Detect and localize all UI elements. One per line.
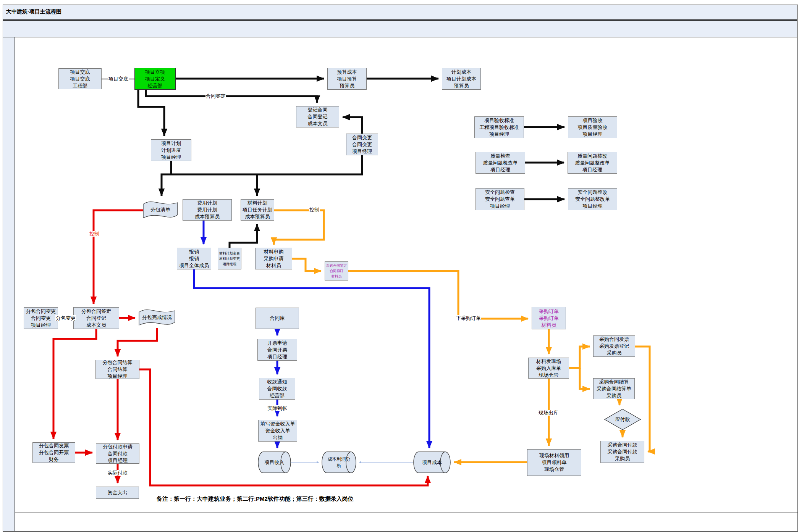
edge-label-actual-payment: 实际付款 (107, 470, 128, 476)
edge-label-briefing: 项目交底 (108, 76, 129, 82)
node-subcontract-invoice[interactable]: 分包合同发票分包合同开票财务 (32, 442, 75, 463)
node-purchase-settle[interactable]: 采购合同结算采购合同结算单采购员 (593, 378, 635, 399)
node-project-initiation-label: 项目立项项目定义经营部 (135, 69, 175, 89)
node-acceptance-standard[interactable]: 项目验收标准工程项目验收标准项目经理 (474, 116, 524, 138)
node-site-material-use[interactable]: 现场材料领用项目领料单现场仓管 (527, 449, 581, 476)
node-receipt-notice[interactable]: 收款通知合同收款经营部 (259, 378, 295, 400)
node-subcontract-settle-label: 分包合同结算合同结算项目经理 (96, 359, 139, 380)
node-material-to-site[interactable]: 材料发现场采购入库单现场仓管 (528, 358, 569, 379)
node-purchase-settle-label: 采购合同结算采购合同结算单采购员 (594, 379, 634, 399)
node-subcontract-change-label: 分包合同变更合同变更项目经理 (24, 308, 58, 329)
node-receipt-notice-label: 收款通知合同收款经营部 (259, 379, 295, 399)
edge-reimburse-to-cost-connector (194, 269, 429, 448)
node-subcontract-list[interactable]: 分包清单 (143, 199, 178, 221)
node-budget-cost[interactable]: 预算成本项目预算预算员 (327, 68, 367, 90)
node-contract-library[interactable]: 合同库 (256, 308, 299, 329)
node-site-material-use-label: 现场材料领用项目领料单现场仓管 (527, 452, 581, 473)
node-material-to-site-label: 材料发现场采购入库单现场仓管 (529, 358, 569, 379)
node-safety-check[interactable]: 安全问题检查安全问题查单项目经理 (476, 188, 524, 210)
node-quality-check-label: 质量检查质量问题检查单项目经理 (476, 153, 525, 173)
edge-label-contract-sign: 合同签定 (205, 93, 226, 99)
edge-sign-to-invoice-connector (53, 329, 96, 439)
edge-site-to-invoice-connector (569, 347, 590, 368)
node-purchase-invoice[interactable]: 采购合同发票采购发票登记采购员 (593, 335, 635, 357)
edge-label-control-red: 控制 (89, 231, 100, 237)
node-subcontract-pay-apply[interactable]: 分包付款申请合同付款项目经理 (96, 443, 139, 464)
node-subcontract-pay-apply-label: 分包付款申请合同付款项目经理 (96, 443, 139, 464)
node-contract-change[interactable]: 合同变更合同变更项目经理 (346, 134, 378, 155)
node-contract-change-label: 合同变更合同变更项目经理 (346, 134, 378, 155)
node-fund-income-form-label: 填写资金收入单资金收入单出纳 (259, 421, 297, 441)
node-purchase-contract-sign-label: 采购合同签定合同拟订材料员 (325, 263, 348, 279)
node-safety-fix-label: 安全问题整改安全问题整改单项目经理 (568, 189, 617, 210)
node-fund-income-form[interactable]: 填写资金收入单资金收入单出纳 (258, 420, 297, 442)
edge-change-branch-list-connector (162, 155, 362, 196)
edge-request-to-purchasesign-connector (292, 259, 321, 271)
node-contract-register[interactable]: 登记合同合同登记成本文员 (296, 106, 339, 127)
node-subcontract-invoice-label: 分包合同发票分包合同开票财务 (33, 442, 75, 463)
node-payable-decision[interactable]: 应付款 (604, 409, 641, 430)
node-project-briefing-label: 项目交底项目交底工程部 (59, 69, 101, 89)
edge-status-to-settle-connector (118, 328, 157, 356)
node-subcontract-sign[interactable]: 分包合同签定合同登记成本文员 (73, 307, 119, 329)
node-project-income-db-label: 项目收入 (258, 459, 291, 466)
node-fund-expense-label: 资金支出 (96, 489, 139, 496)
edge-contract-sign-line-connector (146, 90, 317, 103)
edge-materialplan-control-connector (274, 210, 324, 245)
node-quality-fix[interactable]: 质量问题整改质量问题整改单项目经理 (568, 152, 617, 174)
node-purchase-pay[interactable]: 采购合同付款采购合同付款采购员 (600, 441, 644, 463)
node-planned-cost[interactable]: 计划成本项目计划成本预算员 (442, 68, 481, 90)
node-purchase-pay-label: 采购合同付款采购合同付款采购员 (601, 442, 644, 462)
node-subcontract-sign-label: 分包合同签定合同登记成本文员 (74, 308, 119, 329)
node-subcontract-status[interactable]: 分包完成情况 (139, 307, 175, 328)
node-safety-fix[interactable]: 安全问题整改安全问题整改单项目经理 (568, 188, 617, 210)
node-purchase-contract-sign[interactable]: 采购合同签定合同拟订材料员 (325, 261, 348, 281)
node-project-acceptance[interactable]: 项目验收项目质量验收项目经理 (568, 116, 617, 138)
node-project-income-db[interactable]: 项目收入 (258, 451, 291, 473)
node-expense-plan[interactable]: 费用计划费用计划成本预算员 (183, 199, 232, 221)
node-quality-fix-label: 质量问题整改质量问题整改单项目经理 (568, 153, 617, 173)
node-purchase-order-label: 采购订单采购订单材料员 (532, 308, 566, 329)
node-invoice-apply-label: 开票申请合同开票项目经理 (258, 340, 297, 360)
node-reimburse-label: 报销报销项目全体成员 (177, 248, 211, 269)
node-expense-plan-label: 费用计划费用计划成本预算员 (183, 200, 231, 220)
node-project-plan[interactable]: 项目计划计划进度项目经理 (151, 139, 191, 161)
edge-pinvoice-to-pay-connector (635, 347, 650, 451)
node-contract-library-label: 合同库 (256, 315, 299, 322)
node-material-request[interactable]: 材料申购采购申请材料员 (255, 248, 292, 269)
node-material-plan[interactable]: 材料计划项目任务计划成本预算员 (241, 199, 274, 221)
flowchart-page: 大中建筑-项目主流程图 备注：第一行：大中建筑业务；第二行:PM2软件功能；第三… (0, 0, 799, 532)
node-safety-check-label: 安全问题检查安全问题查单项目经理 (476, 189, 524, 210)
node-purchase-order[interactable]: 采购订单采购订单材料员 (532, 307, 566, 329)
edge-label-site-outbound: 现场出库 (538, 410, 559, 416)
node-project-plan-label: 项目计划计划进度项目经理 (151, 140, 191, 161)
footer-note: 备注：第一行：大中建筑业务；第二行:PM2软件功能；第三行：数据录入岗位 (157, 495, 354, 503)
node-budget-cost-label: 预算成本项目预算预算员 (328, 69, 366, 89)
node-fund-expense[interactable]: 资金支出 (96, 487, 139, 499)
node-material-plan-label: 材料计划项目任务计划成本预算员 (241, 200, 274, 220)
node-subcontract-settle[interactable]: 分包合同结算合同结算项目经理 (95, 360, 139, 379)
node-material-plan-change-label: 材料计划变更材料计划变更项目经理 (218, 251, 241, 267)
edge-label-subcontract-change: 分包变更 (55, 315, 76, 321)
edge-label-place-order: 下采购订单 (456, 315, 481, 321)
edge-mpchange-up-connector (230, 224, 257, 248)
node-project-briefing[interactable]: 项目交底项目交底工程部 (58, 68, 102, 89)
node-project-initiation[interactable]: 项目立项项目定义经营部 (134, 68, 176, 90)
node-reimburse[interactable]: 报销报销项目全体成员 (177, 248, 211, 269)
edge-purchasesign-to-order-connector (348, 271, 528, 319)
node-payable-decision-label: 应付款 (604, 416, 641, 423)
node-profit-analysis-db[interactable]: 成本利润分析 (322, 451, 356, 473)
node-project-cost-db[interactable]: 项目成本 (413, 451, 451, 473)
node-planned-cost-label: 计划成本项目计划成本预算员 (442, 69, 480, 89)
node-subcontract-change[interactable]: 分包合同变更合同变更项目经理 (24, 307, 58, 329)
node-profit-analysis-db-label: 成本利润分析 (322, 456, 356, 469)
node-project-acceptance-label: 项目验收项目质量验收项目经理 (568, 117, 617, 138)
edge-site-to-settle-connector (580, 368, 590, 389)
node-subcontract-list-label: 分包清单 (143, 206, 178, 213)
edge-list-control-connector (94, 210, 143, 304)
edge-change-to-register-connector (343, 117, 362, 134)
node-material-plan-change[interactable]: 材料计划变更材料计划变更项目经理 (218, 248, 241, 269)
node-quality-check[interactable]: 质量检查质量问题检查单项目经理 (476, 152, 525, 174)
node-invoice-apply[interactable]: 开票申请合同开票项目经理 (257, 339, 297, 361)
node-material-request-label: 材料申购采购申请材料员 (256, 248, 292, 269)
